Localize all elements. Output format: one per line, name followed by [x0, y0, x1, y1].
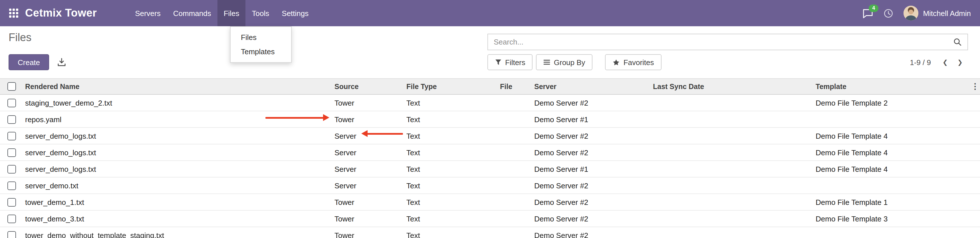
pager-previous-icon[interactable]: ❮: [939, 56, 951, 69]
cell-template: Demo File Template 1: [813, 194, 970, 210]
cell-rendered-name: staging_tower_demo_2.txt: [23, 94, 332, 111]
cell-rendered-name: server_demo_logs.txt: [23, 144, 332, 161]
filters-button[interactable]: Filters: [487, 54, 533, 70]
menu-commands[interactable]: Commands: [167, 0, 218, 26]
cell-server: Demo Server #1: [532, 111, 651, 128]
cell-template: Demo File Template 4: [813, 128, 970, 144]
cell-file-type: Text: [404, 177, 498, 194]
column-header-source[interactable]: Source: [332, 78, 404, 94]
cell-server: Demo Server #1: [532, 161, 651, 177]
optional-columns-icon[interactable]: ⋮: [971, 83, 979, 90]
row-checkbox[interactable]: [7, 231, 16, 238]
filters-label: Filters: [505, 58, 525, 67]
navbar-left: Cetmix Tower ServersCommandsFilesToolsSe…: [9, 0, 315, 26]
search-input[interactable]: [488, 34, 953, 50]
cell-file: [498, 128, 532, 144]
cell-file: [498, 94, 532, 111]
menu-settings[interactable]: Settings: [275, 0, 315, 26]
row-checkbox[interactable]: [7, 165, 16, 173]
cell-last-sync-date: [651, 161, 813, 177]
group-by-label: Group By: [554, 58, 585, 67]
apps-menu-icon[interactable]: [9, 9, 18, 18]
cell-source: Server: [332, 144, 404, 161]
row-checkbox[interactable]: [7, 148, 16, 157]
table-row[interactable]: tower_demo_without_template_staging.txt …: [0, 227, 980, 238]
menu-tools[interactable]: Tools: [246, 0, 276, 26]
group-by-button[interactable]: Group By: [536, 54, 593, 70]
table-row[interactable]: server_demo_logs.txt Server Text Demo Se…: [0, 144, 980, 161]
cell-file-type: Text: [404, 111, 498, 128]
cell-file: [498, 177, 532, 194]
table-row[interactable]: server_demo_logs.txt Server Text Demo Se…: [0, 128, 980, 144]
favorites-button[interactable]: Favorites: [605, 54, 662, 70]
row-checkbox[interactable]: [7, 214, 16, 223]
files-menu-dropdown: FilesTemplates: [230, 26, 292, 63]
dropdown-item-templates[interactable]: Templates: [231, 44, 291, 59]
row-checkbox[interactable]: [7, 181, 16, 190]
create-button[interactable]: Create: [9, 54, 49, 70]
column-header-server[interactable]: Server: [532, 78, 651, 94]
cell-options: [970, 210, 980, 227]
cell-file: [498, 144, 532, 161]
cell-template: Demo File Template 4: [813, 161, 970, 177]
column-header-template[interactable]: Template: [813, 78, 970, 94]
table-row[interactable]: staging_tower_demo_2.txt Tower Text Demo…: [0, 94, 980, 111]
column-header-file[interactable]: File: [498, 78, 532, 94]
main-menu: ServersCommandsFilesToolsSettings: [129, 0, 315, 26]
column-header-last-sync-date[interactable]: Last Sync Date: [651, 78, 813, 94]
dropdown-item-files[interactable]: Files: [231, 30, 291, 44]
row-checkbox[interactable]: [7, 115, 16, 124]
row-checkbox[interactable]: [7, 132, 16, 140]
top-navbar: Cetmix Tower ServersCommandsFilesToolsSe…: [0, 0, 980, 26]
filter-icon: [495, 59, 502, 66]
table-row[interactable]: tower_demo_3.txt Tower Text Demo Server …: [0, 210, 980, 227]
cell-source: Server: [332, 161, 404, 177]
row-checkbox[interactable]: [7, 198, 16, 206]
cell-options: [970, 111, 980, 128]
cell-options: [970, 161, 980, 177]
cell-source: Tower: [332, 210, 404, 227]
list-view: Rendered Name Source File Type File Serv…: [0, 78, 980, 238]
cell-rendered-name: repos.yaml: [23, 111, 332, 128]
table-row[interactable]: server_demo.txt Server Text Demo Server …: [0, 177, 980, 194]
column-header-rendered-name[interactable]: Rendered Name: [23, 78, 332, 94]
messages-button[interactable]: 4: [862, 8, 873, 18]
user-menu[interactable]: Mitchell Admin: [904, 6, 971, 21]
column-header-file-type[interactable]: File Type: [404, 78, 498, 94]
cell-last-sync-date: [651, 227, 813, 238]
cell-options: [970, 94, 980, 111]
cell-template: [813, 227, 970, 238]
cell-server: Demo Server #2: [532, 227, 651, 238]
pager-next-icon[interactable]: ❯: [954, 56, 966, 69]
cell-options: [970, 227, 980, 238]
cell-template: [813, 111, 970, 128]
table-row[interactable]: server_demo_logs.txt Server Text Demo Se…: [0, 161, 980, 177]
cell-file-type: Text: [404, 194, 498, 210]
avatar: [904, 6, 918, 21]
download-icon[interactable]: [57, 58, 66, 67]
navbar-right: 4 Mitchell Admin: [862, 0, 971, 26]
table-header-row: Rendered Name Source File Type File Serv…: [0, 78, 980, 94]
cell-server: Demo Server #2: [532, 177, 651, 194]
row-checkbox[interactable]: [7, 99, 16, 107]
cell-server: Demo Server #2: [532, 210, 651, 227]
select-all-checkbox[interactable]: [7, 82, 16, 91]
cell-template: [813, 177, 970, 194]
cell-last-sync-date: [651, 210, 813, 227]
cell-rendered-name: server_demo_logs.txt: [23, 161, 332, 177]
menu-servers[interactable]: Servers: [129, 0, 167, 26]
table-row[interactable]: tower_demo_1.txt Tower Text Demo Server …: [0, 194, 980, 210]
menu-files[interactable]: Files: [218, 0, 246, 26]
cell-rendered-name: server_demo_logs.txt: [23, 128, 332, 144]
cell-rendered-name: tower_demo_3.txt: [23, 210, 332, 227]
messages-count-badge: 4: [869, 4, 878, 12]
favorites-star-icon: [613, 59, 620, 66]
favorites-label: Favorites: [624, 58, 654, 67]
cell-source: Server: [332, 177, 404, 194]
activities-button[interactable]: [883, 8, 893, 18]
app-brand[interactable]: Cetmix Tower: [25, 7, 97, 19]
table-row[interactable]: repos.yaml Tower Text Demo Server #1: [0, 111, 980, 128]
list-buttons: Create: [9, 54, 66, 70]
search-icon[interactable]: [953, 38, 967, 46]
cell-last-sync-date: [651, 144, 813, 161]
